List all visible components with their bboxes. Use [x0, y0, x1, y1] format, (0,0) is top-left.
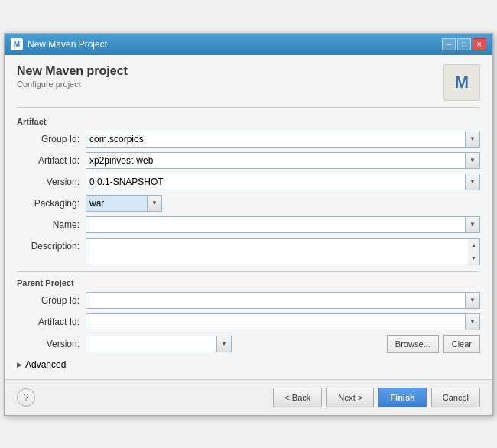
- parent-group-id-dropdown-arrow[interactable]: ▼: [465, 292, 480, 309]
- parent-group-id-label: Group Id:: [17, 295, 86, 306]
- parent-group-id-input[interactable]: [86, 292, 465, 309]
- description-row: Description: ▲ ▼: [17, 238, 480, 265]
- packaging-label: Packaging:: [17, 198, 86, 209]
- version-input-artifact[interactable]: [86, 174, 465, 190]
- scroll-down-button[interactable]: ▼: [468, 252, 479, 265]
- description-input[interactable]: [86, 238, 468, 265]
- parent-version-dropdown-arrow[interactable]: ▼: [216, 336, 232, 352]
- artifact-section-label: Artifact: [17, 117, 480, 126]
- header-text: New Maven project Configure project: [17, 64, 128, 89]
- packaging-row: Packaging: ▼: [17, 195, 480, 212]
- version-dropdown-arrow-artifact[interactable]: ▼: [465, 174, 480, 190]
- title-buttons: ─ □ ✕: [442, 38, 486, 50]
- browse-button[interactable]: Browse...: [387, 335, 439, 353]
- name-row: Name: ▼: [17, 216, 480, 233]
- artifact-id-input[interactable]: [86, 152, 465, 169]
- close-button[interactable]: ✕: [473, 38, 486, 50]
- group-id-label: Group Id:: [17, 134, 86, 144]
- section-separator: [17, 271, 480, 272]
- version-row-artifact: Version: ▼: [17, 174, 480, 190]
- parent-version-field-container: ▼: [86, 336, 232, 352]
- parent-artifact-id-label: Artifact Id:: [17, 317, 86, 327]
- parent-version-label: Version:: [17, 339, 86, 349]
- artifact-id-row: Artifact Id: ▼: [17, 152, 480, 169]
- description-scrollbar: ▲ ▼: [468, 238, 480, 265]
- parent-version-row: Version: ▼ Browse... Clear: [17, 335, 480, 353]
- maximize-button[interactable]: □: [457, 38, 471, 50]
- parent-artifact-id-dropdown-arrow[interactable]: ▼: [465, 313, 480, 330]
- back-button[interactable]: < Back: [273, 388, 322, 407]
- version-combo-artifact: ▼: [86, 174, 480, 190]
- title-bar: M New Maven Project ─ □ ✕: [5, 34, 492, 55]
- group-id-input[interactable]: [86, 131, 465, 148]
- description-label: Description:: [17, 238, 86, 252]
- artifact-id-label: Artifact Id:: [17, 155, 86, 166]
- group-id-row: Group Id: ▼: [17, 131, 480, 148]
- name-input[interactable]: [86, 216, 465, 233]
- artifact-id-field-container: ▼: [86, 152, 480, 169]
- group-id-field-container: ▼: [86, 131, 480, 148]
- name-dropdown-arrow[interactable]: ▼: [465, 216, 480, 233]
- scroll-up-button[interactable]: ▲: [468, 239, 479, 252]
- packaging-dropdown-arrow[interactable]: ▼: [147, 195, 162, 212]
- group-id-dropdown-arrow[interactable]: ▼: [465, 131, 480, 148]
- packaging-input[interactable]: [86, 195, 147, 212]
- parent-artifact-id-row: Artifact Id: ▼: [17, 313, 480, 330]
- version-label-artifact: Version:: [17, 177, 86, 187]
- footer-buttons: < Back Next > Finish Cancel: [273, 388, 480, 407]
- main-window: M New Maven Project ─ □ ✕ New Maven proj…: [4, 33, 493, 416]
- next-button[interactable]: Next >: [326, 388, 374, 407]
- artifact-id-dropdown-arrow[interactable]: ▼: [465, 152, 480, 169]
- parent-artifact-id-input[interactable]: [86, 313, 465, 330]
- cancel-button[interactable]: Cancel: [431, 388, 480, 407]
- window-icon: M: [11, 38, 23, 50]
- description-field-container: ▲ ▼: [86, 238, 480, 265]
- parent-artifact-id-container: ▼: [86, 313, 480, 330]
- help-button[interactable]: ?: [17, 388, 35, 407]
- page-subtitle: Configure project: [17, 80, 128, 89]
- page-header: New Maven project Configure project M: [17, 64, 480, 108]
- title-bar-left: M New Maven Project: [11, 38, 107, 50]
- window-title: New Maven Project: [28, 39, 107, 50]
- parent-version-input[interactable]: [86, 336, 216, 352]
- advanced-label: Advanced: [25, 359, 66, 370]
- name-label: Name:: [17, 219, 86, 230]
- clear-button[interactable]: Clear: [443, 335, 480, 353]
- advanced-row[interactable]: ▶ Advanced: [17, 359, 480, 370]
- parent-version-controls: ▼ Browse... Clear: [86, 335, 480, 353]
- dialog-footer: ? < Back Next > Finish Cancel: [5, 379, 492, 415]
- dialog-content: New Maven project Configure project M Ar…: [5, 55, 492, 379]
- advanced-triangle-icon: ▶: [17, 361, 22, 368]
- parent-group-id-row: Group Id: ▼: [17, 292, 480, 309]
- page-title: New Maven project: [17, 64, 128, 78]
- version-field-container: ▼: [86, 174, 480, 190]
- parent-group-id-container: ▼: [86, 292, 480, 309]
- name-field-container: ▼: [86, 216, 480, 233]
- finish-button[interactable]: Finish: [378, 388, 426, 407]
- parent-section-label: Parent Project: [17, 278, 480, 287]
- maven-logo: M: [443, 64, 480, 101]
- packaging-combo: ▼: [86, 195, 162, 212]
- minimize-button[interactable]: ─: [442, 38, 456, 50]
